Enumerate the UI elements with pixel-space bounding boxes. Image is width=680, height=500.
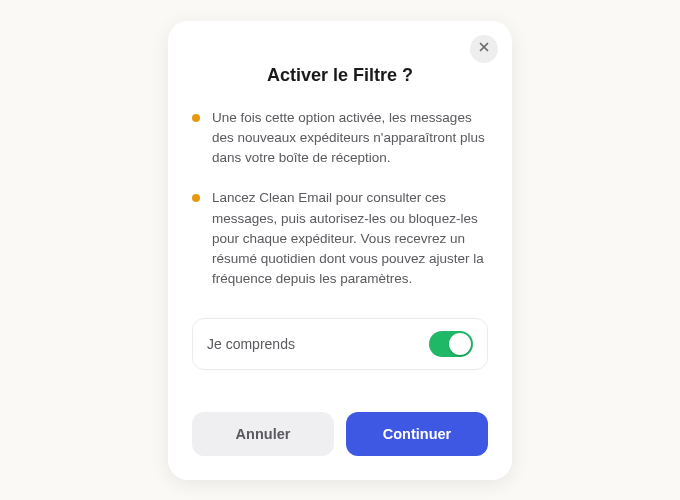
cancel-button[interactable]: Annuler [192, 412, 334, 456]
bullet-dot-icon [192, 194, 200, 202]
list-item: Une fois cette option activée, les messa… [192, 108, 488, 169]
bullet-text: Une fois cette option activée, les messa… [212, 108, 488, 169]
bullet-text: Lancez Clean Email pour consulter ces me… [212, 188, 488, 289]
consent-toggle[interactable] [429, 331, 473, 357]
toggle-knob-icon [449, 333, 471, 355]
close-button[interactable] [470, 35, 498, 63]
confirmation-modal: Activer le Filtre ? Une fois cette optio… [168, 21, 512, 480]
bullet-dot-icon [192, 114, 200, 122]
modal-title: Activer le Filtre ? [192, 65, 488, 86]
info-bullet-list: Une fois cette option activée, les messa… [192, 108, 488, 290]
action-button-row: Annuler Continuer [192, 412, 488, 456]
close-icon [477, 40, 491, 57]
consent-label: Je comprends [207, 336, 295, 352]
list-item: Lancez Clean Email pour consulter ces me… [192, 188, 488, 289]
consent-row: Je comprends [192, 318, 488, 370]
continue-button[interactable]: Continuer [346, 412, 488, 456]
